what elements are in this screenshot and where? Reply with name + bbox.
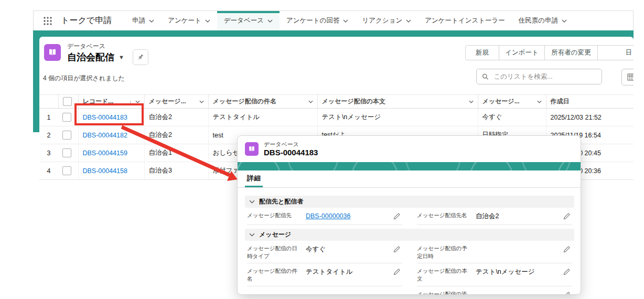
tab-anketo-kaito[interactable]: アンケートの回答 <box>280 11 355 30</box>
list-view-selector-caret[interactable]: ▼ <box>119 54 124 60</box>
record-link[interactable]: DBS-00044182 <box>83 132 127 139</box>
chevron-down-icon <box>249 200 255 204</box>
page: { "colors":{"teal":"#2a9d90","purple":"#… <box>0 0 644 299</box>
tab-anketo[interactable]: アンケート <box>161 11 217 30</box>
column-header-body[interactable]: メッセージ配信の本文 <box>317 95 478 109</box>
selection-status: 4 個の項目が選択されました <box>43 74 125 83</box>
chevron-down-icon <box>135 100 140 103</box>
chevron-down-icon <box>149 19 154 23</box>
column-header-timing[interactable]: メッセージ... <box>478 95 546 109</box>
row-checkbox[interactable] <box>62 113 71 122</box>
field-subject: メッセージ配信の件名 テストタイトル <box>247 263 402 286</box>
chevron-down-icon <box>199 100 204 103</box>
field-timing-type: メッセージ配信の日時タイプ 今すぐ <box>247 241 402 263</box>
sort-desc-icon: ↓ <box>129 99 132 105</box>
chevron-down-icon <box>406 19 411 23</box>
database-object-icon <box>245 142 259 156</box>
app-launcher-icon[interactable] <box>42 15 53 27</box>
table-row: 1 DBS-00044183 自治会2 テストタイトル テスト\nメッセージ 今… <box>39 109 634 126</box>
chevron-down-icon <box>343 19 348 23</box>
tab-details[interactable]: 詳細 <box>246 174 262 187</box>
tab-shinsei[interactable]: 申請 <box>125 11 161 30</box>
edit-icon[interactable] <box>563 212 570 222</box>
field-body: メッセージ配信の本文 テスト\nメッセージ <box>417 263 572 286</box>
field-message-recipient: メッセージ配信先 DBS-00000036 <box>247 208 402 225</box>
field-scheduled-datetime: メッセージ配信の予定日時 <box>417 241 572 263</box>
field-attachment-url: メッセージ配信の添付ファイルURL <box>417 286 572 295</box>
list-view-title: 自治会配信 <box>67 51 114 63</box>
record-detail-popup: データベース DBS-00044183 詳細 配信先と配信者 メッセージ配信先 … <box>237 135 581 295</box>
column-header-subject[interactable]: メッセージ配信の件名 <box>208 95 317 109</box>
tab-juminhyo[interactable]: 住民票の申請 <box>512 11 574 30</box>
field-recipient-name: メッセージ配信先名 自治会2 <box>417 208 572 225</box>
record-link[interactable]: DBS-00044159 <box>83 150 127 157</box>
tab-anketo-installer[interactable]: アンケートインストーラー <box>418 11 512 30</box>
edit-icon[interactable] <box>563 245 570 255</box>
table-icon <box>627 73 634 81</box>
tab-reaction[interactable]: リアクション <box>355 11 418 30</box>
change-owner-button[interactable]: 所有者の変更 <box>544 45 598 60</box>
record-link[interactable]: DBS-00044183 <box>83 114 127 121</box>
pin-button[interactable] <box>133 49 148 65</box>
select-all-checkbox[interactable] <box>63 97 72 106</box>
chevron-down-icon <box>205 19 210 23</box>
row-checkbox[interactable] <box>62 148 71 157</box>
new-button[interactable]: 新規 <box>465 45 499 60</box>
global-nav: トークで申請 申請 アンケート データベース アンケートの回答 リアクション ア… <box>33 10 634 30</box>
record-link[interactable]: DBS-00044158 <box>83 167 127 175</box>
row-checkbox[interactable] <box>62 166 71 175</box>
column-header-name[interactable]: メッセージ... <box>144 95 208 109</box>
popup-header-band <box>238 162 581 170</box>
chevron-down-icon <box>469 100 474 103</box>
popup-entity-label: データベース <box>264 141 318 148</box>
search-icon <box>482 73 488 80</box>
section-message[interactable]: メッセージ <box>245 229 574 241</box>
chevron-down-icon <box>537 100 542 103</box>
table-header-row: レコード... ↓ メッセージ... メッセージ配信の件名 メッセージ配信の本文 <box>39 95 634 109</box>
column-header-record[interactable]: レコード... ↓ <box>78 95 144 109</box>
popup-record-title: DBS-00044183 <box>264 148 318 157</box>
chevron-down-icon <box>562 19 567 23</box>
app-name: トークで申請 <box>61 15 112 26</box>
chevron-down-icon <box>308 100 313 103</box>
record-link[interactable]: DBS-00000036 <box>306 211 389 221</box>
edit-icon[interactable] <box>563 291 570 295</box>
list-search <box>476 69 602 84</box>
database-object-icon <box>44 44 61 61</box>
column-header-created[interactable]: 作成日 <box>546 95 634 109</box>
tab-database[interactable]: データベース <box>217 11 280 30</box>
edit-icon[interactable] <box>393 212 400 222</box>
list-actions: 新規 インポート 所有者の変更 日 <box>465 45 634 60</box>
edit-icon[interactable] <box>393 245 400 255</box>
row-checkbox[interactable] <box>62 131 71 140</box>
chevron-down-icon <box>267 19 273 23</box>
edit-icon[interactable] <box>563 268 570 277</box>
section-recipients[interactable]: 配信先と配信者 <box>245 196 574 208</box>
edit-icon[interactable] <box>393 268 400 277</box>
import-button[interactable]: インポート <box>499 45 545 60</box>
search-input[interactable] <box>492 72 596 81</box>
chevron-down-icon <box>249 233 255 237</box>
cutoff-button[interactable]: 日 <box>597 45 634 60</box>
list-display-button[interactable] <box>621 69 634 86</box>
popup-tabbar: 詳細 <box>238 170 581 188</box>
pin-icon <box>137 54 144 61</box>
